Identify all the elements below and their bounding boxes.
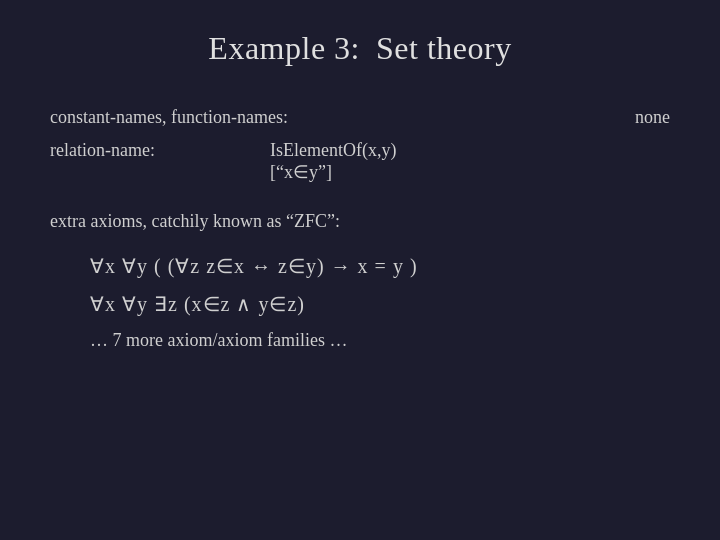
constant-names-row: constant-names, function-names: none bbox=[50, 107, 670, 128]
relation-name-label: relation-name: bbox=[50, 140, 270, 161]
formula-2: ∀x ∀y ∃z (x∈z ∧ y∈z) bbox=[90, 292, 670, 316]
more-axioms: … 7 more axiom/axiom families … bbox=[50, 330, 670, 351]
extra-axioms-label: extra axioms, catchily known as “ZFC”: bbox=[50, 211, 670, 232]
formula-1: ∀x ∀y ( (∀z z∈x ↔ z∈y) → x = y ) bbox=[90, 254, 670, 278]
title-row: Example 3: Set theory bbox=[50, 30, 670, 77]
slide: Example 3: Set theory constant-names, fu… bbox=[0, 0, 720, 540]
constant-names-label: constant-names, function-names: bbox=[50, 107, 288, 128]
relation-value-line1: IsElementOf(x,y) bbox=[270, 140, 670, 161]
constant-names-value: none bbox=[635, 107, 670, 128]
formulas-block: ∀x ∀y ( (∀z z∈x ↔ z∈y) → x = y ) ∀x ∀y ∃… bbox=[50, 254, 670, 316]
relation-name-row: relation-name: IsElementOf(x,y) [“x∈y”] bbox=[50, 140, 670, 183]
info-table: constant-names, function-names: none rel… bbox=[50, 107, 670, 183]
title-prefix: Example 3: bbox=[208, 30, 360, 67]
relation-value-line2: [“x∈y”] bbox=[270, 161, 670, 183]
title-topic: Set theory bbox=[376, 30, 512, 67]
relation-name-value: IsElementOf(x,y) [“x∈y”] bbox=[270, 140, 670, 183]
relation-value-block: IsElementOf(x,y) [“x∈y”] bbox=[270, 140, 670, 183]
